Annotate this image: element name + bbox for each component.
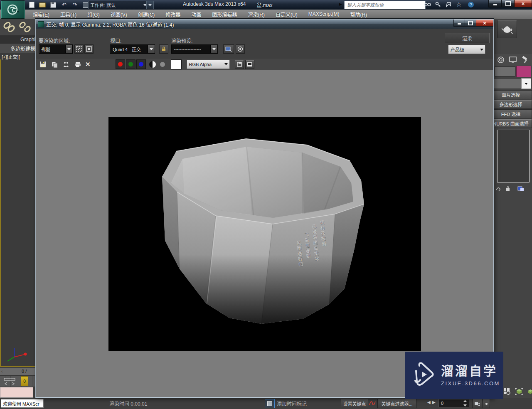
application-menu-button[interactable] <box>1 0 25 19</box>
menu-edit[interactable]: 编辑(E) <box>27 11 55 18</box>
menu-group[interactable]: 组(G) <box>82 11 105 18</box>
maxscript-listener-field[interactable]: 欢迎使用 MAXScr <box>1 399 44 408</box>
favorites-star-icon[interactable]: ☆ <box>454 1 463 8</box>
menu-maxscript[interactable]: MAXScript(M) <box>303 11 345 17</box>
viewport-dropdown[interactable]: Quad 4 - 正交 <box>110 44 155 54</box>
edit-region-button[interactable] <box>74 44 84 54</box>
lock-viewport-button[interactable] <box>159 44 168 54</box>
minimize-button[interactable] <box>488 0 502 7</box>
track-bar[interactable] <box>0 375 35 387</box>
maxscript-mini-listener[interactable] <box>0 387 33 398</box>
render-canvas[interactable]: 犹有花枝俏 已是悬崖百丈冰 飞雪迎春到 风雨送春归 <box>36 70 493 397</box>
object-color-swatch[interactable] <box>516 66 531 77</box>
key-icon[interactable] <box>433 1 443 8</box>
zoom-extents-all-icon[interactable] <box>502 387 512 396</box>
modifier-button-poly-select[interactable]: 多边形选择 <box>494 100 532 109</box>
workspace-more-button[interactable] <box>146 1 154 9</box>
configure-modifier-icon[interactable] <box>517 186 524 192</box>
lock-icon[interactable] <box>505 186 510 192</box>
green-channel-button[interactable] <box>126 59 135 69</box>
search-box[interactable] <box>344 1 426 9</box>
frame-spinner[interactable] <box>463 400 468 407</box>
select-and-link-icon[interactable] <box>2 21 16 33</box>
maximize-viewport-toggle-icon[interactable] <box>526 397 532 398</box>
clear-color-swatch[interactable] <box>171 59 182 69</box>
time-slider-icon[interactable] <box>3 377 16 385</box>
menu-rendering[interactable]: 渲染(R) <box>242 11 270 18</box>
menu-graph-editors[interactable]: 图形编辑器 <box>207 11 242 18</box>
modifier-button-ffd-select[interactable]: FFD 选择 <box>494 109 532 118</box>
layers-dialog-button[interactable] <box>235 60 244 69</box>
modifier-button-nurbs-select[interactable]: NURBS 曲面选择 <box>494 119 532 128</box>
blue-channel-button[interactable] <box>136 59 146 69</box>
menu-tools[interactable]: 工具(T) <box>55 11 82 18</box>
viewport-area[interactable] <box>0 59 35 367</box>
tab-motion-icon[interactable] <box>497 56 505 64</box>
redo-icon[interactable]: ↷ <box>71 1 79 9</box>
modifier-list-dropdown[interactable] <box>494 78 521 89</box>
zoom-extents-selected-icon[interactable] <box>514 387 524 396</box>
orbit-icon[interactable] <box>514 397 524 398</box>
channel-display-dropdown[interactable]: RGB Alpha <box>187 60 230 69</box>
object-name-field[interactable] <box>495 67 515 76</box>
menu-customize[interactable]: 自定义(U) <box>270 11 303 18</box>
add-time-tag-text[interactable]: 添加时间标记 <box>277 400 307 407</box>
next-key-icon[interactable]: ▶ <box>432 400 436 404</box>
previous-key-icon[interactable]: ◀ <box>427 400 431 404</box>
time-tag-icon-button[interactable] <box>265 399 275 408</box>
workspace-selector[interactable]: 工作台: 默认 <box>88 1 149 9</box>
render-setup-button[interactable] <box>497 20 517 38</box>
environment-button[interactable] <box>236 44 245 54</box>
key-filters-button[interactable]: 关键点过滤器... <box>377 399 416 408</box>
save-file-icon[interactable] <box>49 1 57 9</box>
modifier-button-patch-select[interactable]: 面片选择 <box>494 90 532 99</box>
time-slider-handle[interactable]: 0 <box>21 376 28 386</box>
clear-image-icon[interactable]: ✕ <box>85 61 91 68</box>
render-preset-dropdown[interactable]: ------------------ <box>171 44 218 54</box>
current-frame-field[interactable]: 0 <box>438 399 469 407</box>
area-to-render-dropdown[interactable]: 视图 <box>39 44 73 54</box>
render-window-titlebar[interactable]: 正交, 帧 0, 显示 Gamma: 2.2, RGBA 颜色 16 位/通道 … <box>36 20 493 29</box>
ribbon-tab-graphite[interactable]: Graphi <box>0 35 35 44</box>
modifier-list-arrow-button[interactable] <box>521 78 531 89</box>
red-channel-button[interactable] <box>116 59 125 69</box>
help-icon[interactable]: ? <box>466 1 475 8</box>
pan-hand-icon[interactable] <box>502 397 512 398</box>
print-image-icon[interactable] <box>74 61 82 68</box>
set-key-button[interactable]: 设置关键点 <box>341 399 368 408</box>
search-icon[interactable] <box>423 1 432 8</box>
open-file-icon[interactable] <box>38 1 47 9</box>
menu-modifiers[interactable]: 修改器 <box>160 11 186 18</box>
pin-stack-icon[interactable] <box>495 186 502 192</box>
modifier-stack-list[interactable] <box>497 130 530 182</box>
undo-icon[interactable]: ↶ <box>60 1 68 9</box>
close-button[interactable]: × <box>514 0 532 7</box>
monochrome-channel-icon[interactable] <box>149 61 156 68</box>
menu-animation[interactable]: 动画 <box>186 11 207 18</box>
search-expander-icon[interactable]: ▶ <box>339 2 342 6</box>
image-info-button[interactable] <box>245 60 254 69</box>
search-input[interactable] <box>346 2 424 8</box>
timeline-prev-icon[interactable]: ‹ <box>1 369 3 374</box>
key-mode-toggle-button[interactable] <box>472 399 482 408</box>
render-button[interactable]: 渲染 <box>445 33 490 43</box>
zoom-all-icon[interactable] <box>526 387 532 396</box>
render-window-close[interactable]: × <box>476 20 493 27</box>
communication-icon[interactable] <box>444 1 453 8</box>
clone-window-icon[interactable] <box>62 61 70 68</box>
viewport-label[interactable]: [+][正交][ <box>0 53 35 59</box>
save-image-icon[interactable] <box>39 61 47 68</box>
render-setup-dialog-button[interactable] <box>223 44 234 54</box>
unlink-selection-icon[interactable] <box>18 21 32 33</box>
render-window-minimize[interactable] <box>453 20 465 27</box>
ribbon-panel-polygon-modeling[interactable]: 多边形建模 <box>0 44 35 53</box>
render-window-maximize[interactable] <box>465 20 476 27</box>
auto-region-button[interactable] <box>84 44 94 54</box>
status-dot-button[interactable] <box>483 399 490 408</box>
auto-key-curve-icon[interactable] <box>369 400 376 407</box>
tab-display-icon[interactable] <box>509 56 517 64</box>
copy-image-icon[interactable] <box>50 61 59 68</box>
new-file-icon[interactable] <box>27 1 36 9</box>
maximize-button[interactable] <box>501 0 515 7</box>
render-quality-dropdown[interactable]: 产品级 <box>448 45 485 54</box>
